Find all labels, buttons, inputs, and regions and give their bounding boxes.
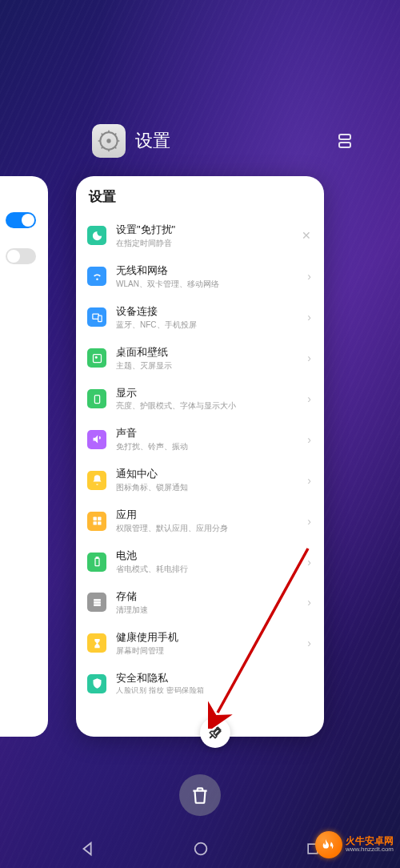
chevron-right-icon: › — [307, 270, 311, 283]
svg-rect-2 — [339, 135, 350, 139]
clear-all-button[interactable] — [179, 774, 221, 816]
svg-point-1 — [106, 139, 110, 143]
bell-icon — [87, 471, 106, 490]
settings-row-storage[interactable]: 存储清理加速 › — [78, 582, 322, 623]
settings-row-wallpaper[interactable]: 桌面和壁纸主题、灭屏显示 › — [78, 338, 322, 379]
moon-icon — [87, 226, 106, 245]
svg-point-19 — [195, 843, 207, 855]
svg-rect-15 — [94, 599, 101, 601]
svg-rect-9 — [93, 517, 96, 520]
apps-icon — [87, 512, 106, 531]
shield-icon — [87, 674, 106, 693]
hourglass-icon — [87, 633, 106, 653]
svg-rect-8 — [94, 395, 99, 403]
toggle-switch[interactable] — [6, 212, 36, 228]
settings-row-display[interactable]: 显示亮度、护眼模式、字体与显示大小 › — [78, 379, 322, 420]
settings-row-sound[interactable]: 声音免打扰、铃声、振动 › — [78, 419, 322, 460]
svg-rect-6 — [93, 354, 101, 362]
layout-toggle-button[interactable] — [334, 130, 356, 152]
pin-button[interactable] — [200, 717, 230, 748]
chevron-right-icon: › — [307, 433, 311, 446]
app-title: 设置 — [135, 129, 334, 153]
settings-row-apps[interactable]: 应用权限管理、默认应用、应用分身 › — [78, 500, 322, 541]
settings-row-battery[interactable]: 电池省电模式、耗电排行 › — [78, 541, 322, 582]
settings-row-health[interactable]: 健康使用手机屏幕时间管理 › — [78, 623, 322, 664]
close-icon[interactable]: ✕ — [302, 229, 311, 242]
settings-app-card[interactable]: 设置 设置"免打扰"在指定时间静音 ✕ 无线和网络WLAN、双卡管理、移动网络 … — [76, 176, 324, 737]
svg-rect-10 — [98, 517, 101, 520]
chevron-right-icon: › — [307, 596, 311, 609]
chevron-right-icon: › — [307, 474, 311, 487]
chevron-right-icon: › — [307, 515, 311, 528]
svg-rect-16 — [94, 601, 101, 604]
display-icon — [87, 389, 106, 408]
home-button[interactable] — [192, 840, 210, 858]
wifi-icon — [87, 267, 106, 286]
chevron-right-icon: › — [307, 352, 311, 364]
toggle-switch[interactable] — [6, 248, 36, 264]
back-button[interactable] — [79, 840, 97, 858]
svg-rect-17 — [94, 604, 101, 606]
watermark-logo-icon — [315, 831, 342, 858]
previous-app-card[interactable] — [0, 176, 48, 737]
device-icon — [87, 307, 106, 327]
settings-row-device[interactable]: 设备连接蓝牙、NFC、手机投屏 › — [78, 297, 322, 338]
storage-icon — [87, 593, 106, 612]
settings-app-icon — [92, 124, 126, 158]
svg-point-7 — [95, 356, 97, 358]
settings-row-notification[interactable]: 通知中心图标角标、锁屏通知 › — [78, 460, 322, 500]
watermark: 火牛安卓网 www.hnzzdt.com — [315, 831, 394, 858]
battery-icon — [87, 553, 106, 572]
svg-rect-3 — [339, 143, 350, 147]
card-title: 设置 — [76, 176, 324, 215]
sound-icon — [87, 430, 106, 449]
chevron-right-icon: › — [307, 311, 311, 323]
recent-apps-header: 设置 — [0, 124, 400, 158]
svg-rect-5 — [98, 315, 101, 322]
svg-rect-14 — [96, 557, 98, 558]
chevron-right-icon: › — [307, 556, 311, 569]
chevron-right-icon: › — [307, 637, 311, 649]
settings-row-dnd[interactable]: 设置"免打扰"在指定时间静音 ✕ — [78, 215, 322, 256]
settings-list: 设置"免打扰"在指定时间静音 ✕ 无线和网络WLAN、双卡管理、移动网络 › 设… — [76, 215, 324, 703]
wallpaper-icon — [87, 348, 106, 368]
settings-row-security[interactable]: 安全和隐私人脸识别 指纹 密码保险箱 — [78, 664, 322, 704]
settings-row-wireless[interactable]: 无线和网络WLAN、双卡管理、移动网络 › — [78, 256, 322, 297]
svg-rect-12 — [98, 521, 101, 524]
svg-rect-11 — [93, 521, 96, 524]
svg-rect-13 — [95, 558, 99, 565]
chevron-right-icon: › — [307, 392, 311, 405]
watermark-url: www.hnzzdt.com — [346, 846, 394, 854]
